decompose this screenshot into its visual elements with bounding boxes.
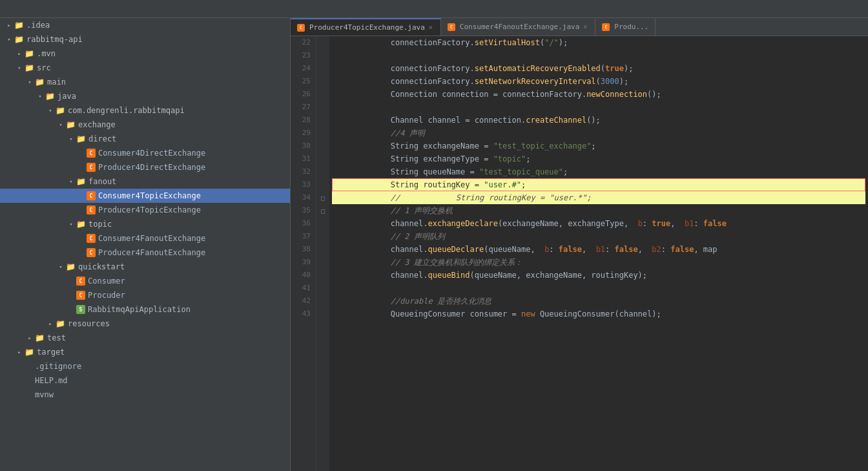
sidebar-item-mvnw[interactable]: mvnw	[0, 388, 290, 402]
code-line-23	[332, 49, 865, 62]
topic-arrow-icon: ▾	[67, 220, 75, 228]
test-label: test	[47, 333, 66, 342]
resources-folder-icon: 📁	[56, 319, 65, 328]
sidebar-item-Producer4FanoutExchange[interactable]: CProducer4FanoutExchange	[0, 246, 290, 260]
code-editor[interactable]: 2223242526272829303132333435363738394041…	[291, 36, 868, 471]
gutter-line-37	[316, 230, 329, 243]
sidebar-item-resources[interactable]: ▸📁resources	[0, 317, 290, 331]
test-arrow-icon: ▸	[26, 334, 34, 342]
HELP.md-label: HELP.md	[35, 376, 68, 385]
sidebar-item-main[interactable]: ▾📁main	[0, 75, 290, 89]
line-num-40: 40	[296, 269, 311, 282]
tab-tab2[interactable]: CConsumer4FanoutExchange.java×	[441, 18, 595, 36]
code-line-22: connectionFactory.setVirtualHost("/");	[332, 36, 865, 49]
sidebar-item-Consumer4DirectExchange[interactable]: CConsumer4DirectExchange	[0, 146, 290, 160]
tab-tab3[interactable]: CProdu...	[595, 18, 656, 36]
sidebar-item-test[interactable]: ▸📁test	[0, 331, 290, 345]
sidebar-item-Consumer[interactable]: CConsumer	[0, 274, 290, 288]
gutter-icon-35[interactable]: □	[321, 207, 325, 215]
sidebar-item-fanout[interactable]: ▾📁fanout	[0, 174, 290, 189]
mvn-folder-icon: 📁	[25, 49, 34, 58]
sidebar-item-mvn[interactable]: ▸📁.mvn	[0, 47, 290, 61]
code-line-39: // 3 建立交换机和队列的绑定关系：	[332, 256, 865, 269]
sidebar-item-Producer4DirectExchange[interactable]: CProducer4DirectExchange	[0, 160, 290, 174]
code-line-26: Connection connection = connectionFactor…	[332, 88, 865, 101]
line-num-33: 33	[296, 178, 311, 191]
file-tree[interactable]: ▸📁.idea▾📁rabbitmq-api▸📁.mvn▾📁src▾📁main▾📁…	[0, 18, 291, 471]
gutter-line-36	[316, 217, 329, 230]
line-num-25: 25	[296, 75, 311, 88]
sidebar-item-rabbitmq-api[interactable]: ▾📁rabbitmq-api	[0, 32, 290, 47]
sidebar-item-target[interactable]: ▸📁target	[0, 345, 290, 359]
com.dengrenli.rabbitmqapi-label: com.dengrenli.rabbitmqapi	[68, 106, 185, 115]
sidebar-item-Procuder[interactable]: CProcuder	[0, 288, 290, 302]
com.dengrenli.rabbitmqapi-folder-icon: 📁	[56, 106, 65, 115]
gutter-line-39	[316, 256, 329, 269]
target-folder-icon: 📁	[25, 348, 34, 357]
line-num-43: 43	[296, 308, 311, 320]
target-arrow-icon: ▸	[16, 348, 23, 356]
code-line-36: channel.exchangeDeclare(exchangeName, ex…	[332, 217, 865, 230]
gutter-line-31	[316, 152, 329, 165]
line-num-23: 23	[296, 49, 311, 62]
RabbitmqApiApplication-label: RabbitmqApiApplication	[88, 305, 191, 314]
tab2-label: Consumer4FanoutExchange.java	[460, 23, 579, 31]
tab1-close-icon[interactable]: ×	[428, 23, 434, 32]
line-num-41: 41	[296, 282, 311, 295]
sidebar-item-Producer4TopicExchange[interactable]: CProducer4TopicExchange	[0, 203, 290, 217]
line-num-24: 24	[296, 62, 311, 75]
sidebar-item-com.dengrenli.rabbitmqapi[interactable]: ▾📁com.dengrenli.rabbitmqapi	[0, 103, 290, 118]
sidebar-item-Consumer4TopicExchange[interactable]: CConsumer4TopicExchange	[0, 189, 290, 203]
line-num-22: 22	[296, 36, 311, 49]
sidebar-item-topic[interactable]: ▾📁topic	[0, 217, 290, 231]
tab3-label: Produ...	[614, 23, 648, 31]
Consumer-java-icon: C	[76, 277, 85, 286]
gutter-line-23	[316, 49, 329, 62]
java-label: java	[57, 92, 76, 101]
gutter: □□	[316, 36, 329, 471]
code-line-27	[332, 101, 865, 114]
sidebar-item-gitignore[interactable]: .gitignore	[0, 359, 290, 373]
code-line-24: connectionFactory.setAutomaticRecoveryEn…	[332, 62, 865, 75]
mvnw-label: mvnw	[35, 390, 54, 399]
line-num-29: 29	[296, 127, 311, 140]
sidebar-item-direct[interactable]: ▾📁direct	[0, 132, 290, 146]
quickstart-label: quickstart	[78, 262, 125, 271]
gutter-line-27	[316, 101, 329, 114]
line-num-42: 42	[296, 295, 311, 308]
resources-label: resources	[68, 319, 110, 328]
code-line-40: channel.queueBind(queueName, exchangeNam…	[332, 269, 865, 282]
tab-tab1[interactable]: CProducer4TopicExchange.java×	[291, 18, 441, 36]
line-num-31: 31	[296, 152, 311, 165]
gutter-icon-34[interactable]: □	[321, 194, 325, 202]
code-line-29: //4 声明	[332, 127, 865, 140]
sidebar-item-RabbitmqApiApplication[interactable]: SRabbitmqApiApplication	[0, 302, 290, 317]
tab2-file-icon: C	[448, 23, 455, 31]
RabbitmqApiApplication-java-icon: S	[76, 305, 85, 314]
code-content[interactable]: connectionFactory.setVirtualHost("/"); c…	[329, 36, 868, 471]
sidebar-item-quickstart[interactable]: ▾📁quickstart	[0, 260, 290, 274]
idea-arrow-icon: ▸	[5, 21, 13, 29]
quickstart-folder-icon: 📁	[66, 262, 76, 271]
sidebar-item-idea[interactable]: ▸📁.idea	[0, 18, 290, 32]
java-folder-icon: 📁	[45, 92, 55, 101]
target-label: target	[37, 348, 65, 357]
gitignore-label: .gitignore	[35, 362, 81, 371]
main-label: main	[47, 78, 66, 87]
direct-folder-icon: 📁	[76, 134, 86, 143]
mvn-label: .mvn	[37, 49, 56, 58]
sidebar-item-java[interactable]: ▾📁java	[0, 89, 290, 103]
Procuder-java-icon: C	[76, 291, 85, 300]
gutter-line-30	[316, 140, 329, 152]
code-line-42: //durable 是否持久化消息	[332, 295, 865, 308]
sidebar-item-Consumer4FanoutExchange[interactable]: CConsumer4FanoutExchange	[0, 231, 290, 246]
gutter-line-25	[316, 75, 329, 88]
sidebar-item-exchange[interactable]: ▾📁exchange	[0, 118, 290, 132]
tab2-close-icon[interactable]: ×	[582, 23, 588, 31]
sidebar-item-src[interactable]: ▾📁src	[0, 61, 290, 75]
gutter-line-24	[316, 62, 329, 75]
main-arrow-icon: ▾	[26, 78, 34, 86]
sidebar-item-HELP.md[interactable]: HELP.md	[0, 373, 290, 388]
rabbitmq-api-label: rabbitmq-api	[26, 35, 83, 44]
Producer4TopicExchange-label: Producer4TopicExchange	[98, 205, 201, 215]
